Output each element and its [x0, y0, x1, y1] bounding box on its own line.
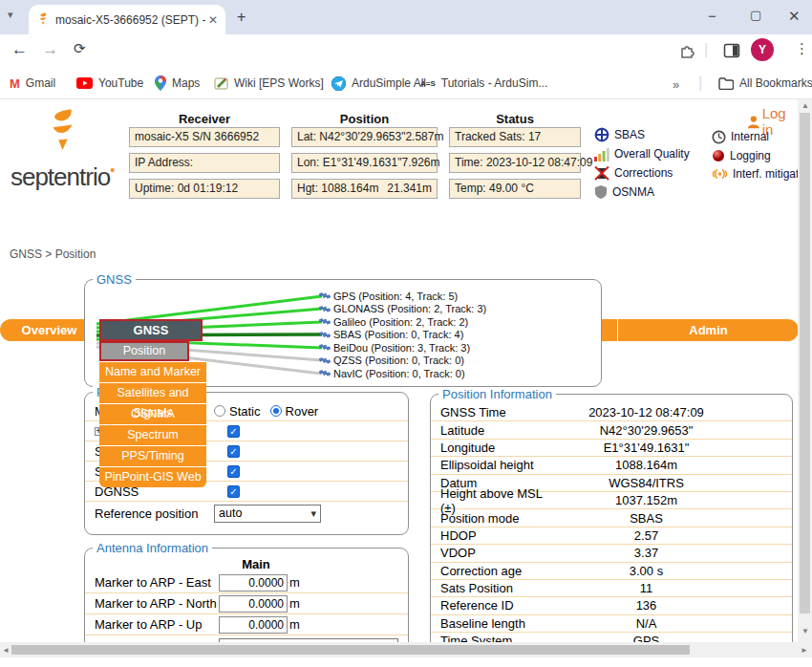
window-minimize-button[interactable]: − — [708, 9, 716, 23]
antenna-main-header-row: Main — [85, 555, 408, 572]
rtk-checkbox[interactable]: ✓ — [227, 425, 240, 438]
antenna-info-legend: Antenna Information — [93, 541, 212, 555]
static-radio[interactable] — [214, 405, 225, 417]
maps-pin-icon — [155, 75, 166, 91]
back-button[interactable]: ← — [11, 40, 28, 59]
bookmark-wiki-eps[interactable]: Wiki [EPS Works] — [214, 75, 324, 92]
profile-avatar[interactable]: Y — [751, 38, 774, 61]
bookmark-ardusimple-all[interactable]: ArduSimple All — [331, 75, 426, 92]
satellite-icon — [319, 304, 331, 314]
satellite-row-sbas: SBAS (Position: 0, Track: 4) — [319, 329, 486, 342]
standalone-checkbox[interactable]: ✓ — [227, 445, 240, 458]
browser-menu-icon[interactable]: ⋮ — [795, 40, 809, 57]
dgnss-checkbox[interactable]: ✓ — [227, 485, 240, 498]
tab-close-icon[interactable]: ✕ — [208, 13, 218, 27]
reference-position-row: Reference position auto — [85, 502, 408, 526]
tab-search-caret-icon[interactable]: ▾ — [8, 9, 13, 21]
info-row-gnss-time: GNSS Time2023-10-12 08:47:09 — [431, 404, 792, 421]
bookmarks-bar: M Gmail YouTube Maps Wiki [EPS Works] — [0, 67, 812, 99]
new-tab-button[interactable]: + — [237, 9, 246, 26]
satellite-row-galileo: Galileo (Position: 2, Track: 2) — [319, 315, 486, 329]
scroll-up-arrow[interactable]: ▲ — [801, 101, 809, 110]
satellite-icon — [319, 316, 331, 327]
menu-item-pinpoint-gis-web[interactable]: PinPoint-GIS Web — [99, 467, 206, 487]
side-panel-icon[interactable] — [723, 42, 740, 59]
browser-tab[interactable]: mosaic-X5-3666952 (SEPT) - S ✕ — [29, 5, 225, 34]
position-info-legend: Position Information — [438, 387, 556, 401]
nav-tab-gnss[interactable]: GNSS — [99, 319, 203, 341]
satellite-row-glonass: GLONASS (Position: 2, Track: 3) — [319, 303, 486, 316]
login-person-icon — [747, 115, 760, 129]
marker-arp-east-input[interactable] — [219, 574, 288, 592]
septentrio-favicon — [36, 12, 49, 27]
gmail-icon: M — [10, 76, 20, 91]
status-time-box: Time: 2023-10-12 08:47:09 — [449, 153, 581, 173]
reference-position-select[interactable]: auto — [214, 505, 321, 523]
bookmark-gmail[interactable]: M Gmail — [10, 75, 55, 92]
menu-item-position[interactable]: Position — [99, 341, 189, 361]
scroll-down-arrow[interactable]: ▼ — [801, 627, 809, 635]
satellite-icon — [319, 355, 331, 366]
info-row-sats-position: Sats Position11 — [431, 580, 792, 597]
satellite-icon — [319, 330, 331, 340]
corrections-icon — [594, 165, 609, 181]
profile-initial: Y — [759, 43, 766, 56]
vertical-scrollbar-thumb[interactable] — [800, 113, 810, 613]
info-row-baseline-length: Baseline lengthN/A — [431, 615, 792, 633]
menu-item-spectrum[interactable]: Spectrum — [99, 425, 206, 445]
horizontal-scrollbar[interactable]: ◄ ► — [0, 642, 812, 657]
marker-arp-north-input[interactable] — [219, 595, 288, 613]
satellite-icon — [319, 368, 331, 378]
satellite-list: GPS (Position: 4, Track: 5) GLONASS (Pos… — [319, 290, 486, 380]
rover-radio[interactable] — [270, 405, 282, 417]
menu-item-name-and-marker[interactable]: Name and Marker — [99, 362, 206, 382]
extensions-icon[interactable] — [678, 42, 695, 59]
position-lon-box: Lon: E1°31'49.1631"7.926m — [291, 153, 438, 173]
position-info-table: GNSS Time2023-10-12 08:47:09 LatitudeN42… — [431, 395, 792, 650]
breadcrumb: GNSS > Position — [10, 247, 96, 261]
info-row-hdop: HDOP2.57 — [431, 527, 792, 545]
marker-arp-north-row: Marker to ARP - North m — [85, 593, 408, 614]
scroll-left-arrow[interactable]: ◄ — [2, 646, 10, 655]
menu-item-pps-timing[interactable]: PPS/Timing — [99, 446, 206, 466]
vertical-scrollbar[interactable]: ▲ ▼ — [798, 99, 812, 642]
satellite-row-gps: GPS (Position: 4, Track: 5) — [319, 290, 486, 303]
nav-tab-admin[interactable]: Admin — [618, 319, 799, 341]
indicator-logging: Logging — [712, 147, 771, 164]
horizontal-scrollbar-thumb[interactable] — [11, 645, 690, 655]
bookmark-tutorials[interactable]: A=S Tutorials - ArduSim... — [420, 75, 547, 92]
marker-arp-east-row: Marker to ARP - East m — [85, 572, 408, 593]
indicator-internal: Internal — [712, 128, 769, 145]
bottom-gutter — [0, 657, 812, 667]
folder-icon — [718, 77, 734, 90]
ardusimple-tutorials-icon: A=S — [420, 79, 436, 88]
status-column-title: Status — [449, 112, 581, 126]
info-row-correction-age: Correction age3.00 s — [431, 563, 792, 580]
septentrio-logo-icon — [44, 107, 80, 157]
menu-item-osnma[interactable]: OSNMA — [99, 404, 206, 424]
bookmark-youtube[interactable]: YouTube — [76, 75, 143, 92]
forward-button[interactable]: → — [42, 40, 58, 59]
all-bookmarks-button[interactable]: All Bookmarks — [718, 75, 812, 92]
bookmarks-overflow-chevron[interactable]: » — [673, 77, 679, 92]
position-hgt-box: Hgt: 1088.164m21.341m — [291, 179, 438, 199]
quality-bars-icon — [594, 147, 609, 161]
brand-wordmark: septentrio• — [0, 162, 124, 192]
marker-arp-up-input[interactable] — [219, 616, 288, 634]
sbas-checkbox[interactable]: ✓ — [227, 465, 240, 478]
clock-icon — [712, 130, 726, 144]
scroll-right-arrow[interactable]: ► — [801, 646, 808, 655]
window-maximize-button[interactable]: ▢ — [750, 9, 761, 21]
info-row-position-mode: Position modeSBAS — [431, 509, 792, 527]
menu-item-satellites-and-signals[interactable]: Satellites and Signals — [99, 383, 206, 403]
window-close-button[interactable]: ✕ — [788, 9, 801, 23]
receiver-ip-box: IP Address: — [129, 153, 280, 173]
reload-button[interactable]: ⟳ — [74, 40, 86, 57]
bookmark-maps[interactable]: Maps — [155, 75, 200, 92]
status-sats-box: Tracked Sats: 17 — [449, 127, 581, 147]
indicator-overall-quality: Overall Quality — [594, 145, 690, 162]
sbas-globe-icon — [594, 127, 609, 142]
logging-dot-icon — [712, 149, 725, 162]
marker-arp-up-row: Marker to ARP - Up m — [85, 614, 408, 635]
satellite-row-beidou: BeiDou (Position: 3, Track: 3) — [319, 341, 486, 355]
